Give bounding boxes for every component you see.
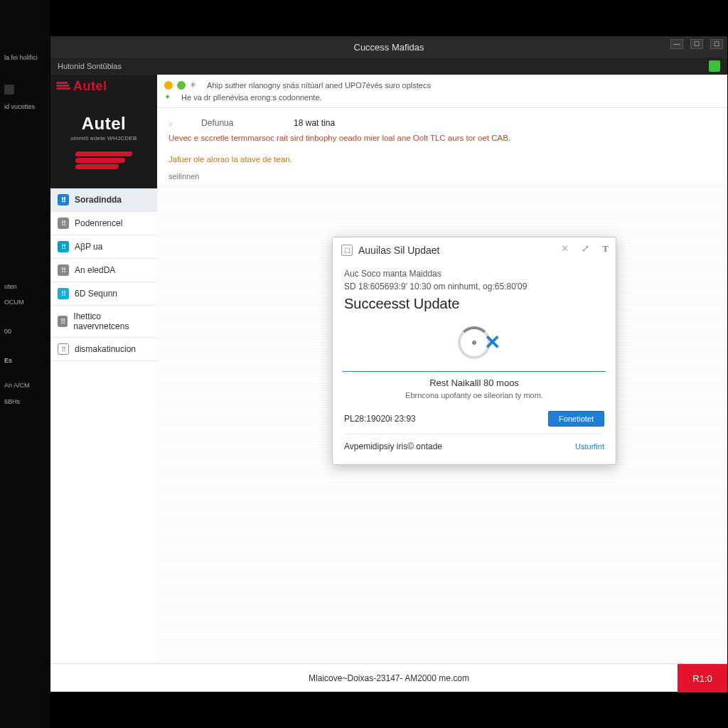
sidebar-nav: ⠿Soradindda⠿Podenrencel⠿AβP ua⠿An eledDA…	[50, 188, 157, 663]
os-item: uten	[0, 279, 50, 295]
update-dialog: ☐ Auuilas Sil Updaet ✕ ⤢ T Auc Soco mant…	[332, 237, 616, 465]
dialog-titlebar: ☐ Auuilas Sil Updaet ✕ ⤢ T	[333, 237, 616, 263]
progress-graphic: ✕	[344, 321, 604, 371]
dialog-line: Auc Soco manta Maiddas	[344, 269, 604, 279]
os-item: 6BHs	[0, 394, 50, 410]
brand-name: Autel	[73, 79, 107, 94]
meta-label: Defunua	[201, 118, 265, 128]
sidebar-item-4[interactable]: ⠿6D Sequnn	[50, 282, 157, 306]
maximize-button[interactable]: ☐	[690, 39, 703, 49]
sidebar-item-label: 6D Sequnn	[75, 289, 117, 299]
close-button[interactable]: ☐	[710, 39, 723, 49]
spinner-icon: ✕	[458, 326, 491, 359]
dialog-sub-line: Ebrncona upofanty oe sileorian ty mom.	[344, 391, 604, 400]
section-label: seilinnen	[157, 166, 727, 183]
footer-text: Mlaicove~Doixas-23147- AM2000 me.com	[309, 673, 469, 683]
doc-icon: ⠿	[58, 218, 69, 229]
list-icon: ⠿	[58, 264, 69, 276]
close-icon[interactable]: ✕	[561, 243, 569, 255]
sidebar-item-5[interactable]: ⠿Ihettico navervnetcens	[50, 306, 157, 338]
os-item: la fei holifici	[0, 50, 50, 66]
sidebar-item-label: dismakatinucion	[75, 344, 136, 354]
brand-block: Autel	[50, 75, 157, 95]
chat-icon: ⠿	[58, 194, 69, 205]
dialog-primary-button[interactable]: Fonetiotet	[548, 411, 604, 427]
menu-icon	[4, 85, 14, 95]
dialog-footer-link[interactable]: Usturfint	[575, 442, 604, 451]
dialog-icon: ☐	[341, 245, 353, 256]
dialog-rest-line: Rest Naikalll 80 moos	[344, 378, 604, 388]
sidebar-item-label: Ihettico navervnetcens	[73, 311, 150, 331]
dialog-headline: Succeesst Update	[344, 296, 604, 312]
text-tool-icon[interactable]: T	[602, 243, 609, 255]
sidebar-item-0[interactable]: ⠿Soradindda	[50, 188, 157, 212]
subheader: Hutonid Sontûblas	[50, 58, 727, 75]
minimize-button[interactable]: —	[670, 39, 683, 49]
subheader-text: Hutonid Sontûblas	[58, 62, 122, 70]
os-side-strip: la fei holifici id vucettes uten OCUM 00…	[0, 0, 50, 728]
hero-logo-icon	[75, 151, 132, 176]
expand-icon[interactable]: ⤢	[582, 243, 589, 255]
dialog-title: Auuilas Sil Updaet	[358, 245, 439, 256]
os-item	[0, 80, 50, 99]
sidebar-item-label: An eledDA	[75, 265, 115, 275]
warning-icon	[164, 81, 173, 90]
ok-icon	[177, 81, 186, 90]
dialog-footer-text: Avpemidipsiy iris© ontade	[344, 441, 442, 451]
titlebar: Cuccess Mafidas — ☐ ☐	[50, 36, 727, 58]
sidebar-item-label: Podenrencel	[75, 218, 122, 228]
dialog-code: PL28:19020i 23:93	[344, 414, 416, 424]
warning-text: Uevec e sccretle termmarsoc rait sird ti…	[157, 131, 727, 145]
hero-title: Autel	[55, 114, 153, 134]
os-item: 00	[0, 323, 50, 340]
sidebar-item-6[interactable]: ⠿dismakatinucion	[50, 338, 157, 361]
status-chip-icon	[709, 60, 720, 72]
os-item: An A/CM	[0, 378, 50, 394]
sidebar-item-1[interactable]: ⠿Podenrencel	[50, 212, 157, 235]
sidebar-item-label: AβP ua	[75, 242, 102, 252]
meta-row: ○ Defunua 18 wat tina	[157, 108, 727, 131]
window-title: Cuccess Mafidas	[354, 42, 424, 53]
sidebar-item-2[interactable]: ⠿AβP ua	[50, 235, 157, 259]
sidebar: Autel Autel oinmitl edete WHJCDEB ⠿Sorad…	[50, 75, 157, 663]
gear-icon: ⠿	[58, 241, 69, 252]
card-icon: ⠿	[58, 288, 69, 299]
footer-action-button[interactable]: R1:0	[678, 664, 727, 692]
brand-logo-icon	[56, 82, 70, 92]
meta-value: 18 wat tina	[294, 118, 335, 128]
sidebar-item-3[interactable]: ⠿An eledDA	[50, 259, 157, 282]
page-icon: ⠿	[58, 316, 68, 327]
hero-subtitle: oinmitl edete WHJCDEB	[55, 135, 153, 141]
os-item: Es	[0, 353, 50, 369]
app-window: Cuccess Mafidas — ☐ ☐ Hutonid Sontûblas …	[50, 36, 728, 692]
notice-bar: ✳ Ahip suther nlanogny snás nítúarl aned…	[157, 75, 727, 108]
sidebar-item-label: Soradindda	[75, 195, 122, 205]
notice-line: Ahip suther nlanogny snás nítúarl aned U…	[207, 81, 431, 90]
search-icon: ⠿	[58, 343, 69, 355]
warning-text: Jafuer ole alorao la atave de tean.	[157, 152, 727, 166]
footer-bar: Mlaicove~Doixas-23147- AM2000 me.com R1:…	[50, 663, 727, 692]
os-item: OCUM	[0, 294, 50, 311]
brand-hero: Autel oinmitl edete WHJCDEB	[50, 95, 157, 188]
content-area: ✳ Ahip suther nlanogny snás nítúarl aned…	[157, 75, 727, 663]
notice-line: He va dr plîenévisa erong:s codonnente.	[181, 93, 322, 102]
dialog-line: SD 18:605693:9' 10:30 om ninhumt, og:65:…	[344, 282, 604, 291]
os-item: id vucettes	[0, 99, 50, 115]
